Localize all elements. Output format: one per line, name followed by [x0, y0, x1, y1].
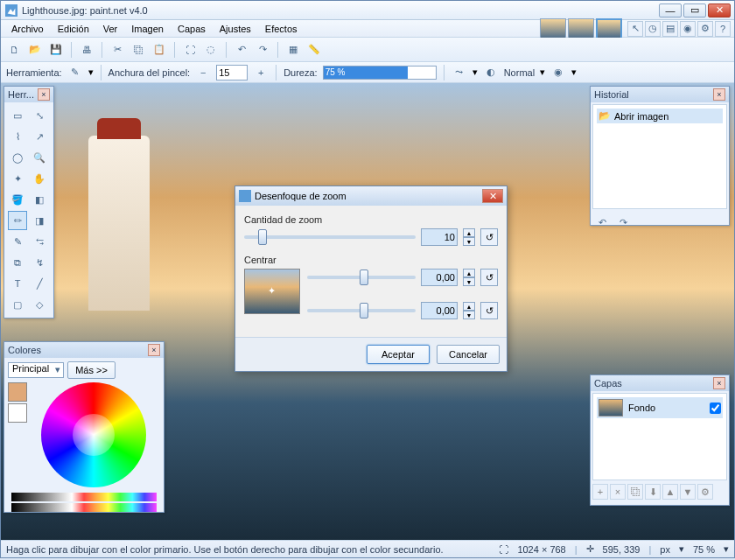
- cy-up-icon[interactable]: ▲: [463, 302, 475, 311]
- hardness-slider[interactable]: 75 %: [323, 66, 437, 80]
- center-y-slider[interactable]: [307, 309, 416, 312]
- minimize-button[interactable]: —: [659, 4, 682, 18]
- blend-mode[interactable]: Normal: [504, 67, 535, 78]
- history-redo-icon[interactable]: ↷: [615, 214, 631, 230]
- text-tool[interactable]: T: [8, 274, 27, 293]
- tools-close-icon[interactable]: ×: [38, 88, 50, 101]
- rect-select-tool[interactable]: ▭: [8, 106, 27, 125]
- dialog-close-icon[interactable]: ✕: [482, 189, 503, 203]
- palette-strip-2[interactable]: [11, 503, 157, 512]
- increase-icon[interactable]: +: [253, 65, 269, 80]
- menu-edicion[interactable]: Edición: [51, 22, 96, 36]
- center-x-input[interactable]: [421, 269, 458, 286]
- line-tool[interactable]: ╱: [30, 274, 49, 293]
- layer-row[interactable]: Fondo: [597, 397, 723, 418]
- doc-thumb-1[interactable]: [540, 18, 566, 39]
- settings-icon[interactable]: ⚙: [697, 21, 713, 37]
- menu-imagen[interactable]: Imagen: [124, 22, 171, 36]
- rect-tool[interactable]: ▢: [8, 295, 27, 314]
- history-close-icon[interactable]: ×: [713, 88, 725, 101]
- history-toggle-icon[interactable]: ◷: [645, 21, 661, 37]
- ellipse-select-tool[interactable]: ◯: [8, 148, 27, 167]
- picker-tool[interactable]: ⥃: [30, 232, 49, 251]
- zoom-amount-slider[interactable]: [244, 235, 416, 239]
- menu-archivo[interactable]: Archivo: [4, 22, 51, 36]
- wand-tool[interactable]: ✦: [8, 169, 27, 188]
- cx-reset-icon[interactable]: ↺: [480, 269, 498, 286]
- menu-efectos[interactable]: Efectos: [258, 22, 304, 36]
- ok-button[interactable]: Aceptar: [367, 345, 430, 364]
- px-unit[interactable]: px: [660, 544, 670, 555]
- down-layer-icon[interactable]: ▼: [680, 484, 696, 500]
- menu-ajustes[interactable]: Ajustes: [213, 22, 258, 36]
- menu-capas[interactable]: Capas: [171, 22, 213, 36]
- center-y-input[interactable]: [421, 302, 458, 319]
- eraser-tool[interactable]: ◨: [30, 211, 49, 230]
- undo-icon[interactable]: ↶: [234, 42, 249, 58]
- colors-toggle-icon[interactable]: ◉: [680, 21, 696, 37]
- menu-ver[interactable]: Ver: [96, 22, 125, 36]
- layer-visible-checkbox[interactable]: [710, 402, 721, 414]
- cx-down-icon[interactable]: ▼: [463, 277, 475, 286]
- recolor-tool[interactable]: ↯: [30, 253, 49, 272]
- more-button[interactable]: Más >>: [67, 361, 116, 379]
- help-icon[interactable]: ?: [715, 21, 731, 37]
- primary-swatch[interactable]: [8, 382, 27, 402]
- history-item[interactable]: 📂Abrir imagen: [597, 108, 723, 123]
- redo-icon[interactable]: ↷: [255, 42, 270, 58]
- deselect-icon[interactable]: ◌: [203, 42, 219, 58]
- zoom-level[interactable]: 75 %: [693, 544, 715, 555]
- delete-layer-icon[interactable]: ×: [610, 484, 626, 500]
- center-preview[interactable]: [244, 269, 300, 314]
- close-button[interactable]: ✕: [708, 4, 731, 18]
- brush-tool[interactable]: ✏: [8, 211, 27, 230]
- decrease-icon[interactable]: −: [195, 65, 211, 80]
- zoom-amount-input[interactable]: [421, 228, 458, 246]
- cut-icon[interactable]: ✂: [109, 42, 125, 58]
- crop-icon[interactable]: ⛶: [182, 42, 198, 58]
- zoom-up-icon[interactable]: ▲: [463, 228, 475, 237]
- new-icon[interactable]: 🗋: [6, 42, 22, 58]
- maximize-button[interactable]: ▭: [683, 4, 706, 18]
- colors-close-icon[interactable]: ×: [148, 344, 160, 356]
- shapes-tool[interactable]: ◇: [30, 295, 49, 314]
- clone-tool[interactable]: ⧉: [8, 253, 27, 272]
- save-icon[interactable]: 💾: [48, 42, 64, 58]
- doc-thumb-3[interactable]: [596, 18, 622, 39]
- grid-icon[interactable]: ▦: [285, 42, 301, 58]
- secondary-swatch[interactable]: [8, 403, 27, 423]
- color-mode-dropdown[interactable]: Principal: [8, 362, 64, 378]
- lasso-tool[interactable]: ⌇: [8, 127, 27, 146]
- pan-tool[interactable]: ✋: [30, 169, 49, 188]
- antialias-icon[interactable]: ⤳: [452, 65, 467, 80]
- layer-props-icon[interactable]: ⚙: [697, 484, 713, 500]
- move-sel-tool[interactable]: ⤡: [30, 106, 49, 125]
- copy-icon[interactable]: ⿻: [130, 42, 146, 58]
- doc-thumb-2[interactable]: [568, 18, 594, 39]
- print-icon[interactable]: 🖶: [79, 42, 94, 58]
- layers-close-icon[interactable]: ×: [713, 377, 725, 389]
- gradient-tool[interactable]: ◧: [30, 190, 49, 209]
- open-icon[interactable]: 📂: [27, 42, 43, 58]
- fill-tool[interactable]: 🪣: [8, 190, 27, 209]
- cy-reset-icon[interactable]: ↺: [480, 302, 498, 319]
- palette-strip[interactable]: [11, 493, 157, 501]
- ruler-icon[interactable]: 📏: [306, 42, 322, 58]
- cx-up-icon[interactable]: ▲: [463, 269, 475, 277]
- fill-icon[interactable]: ◉: [550, 65, 566, 80]
- paste-icon[interactable]: 📋: [151, 42, 167, 58]
- brush-width-input[interactable]: [216, 65, 248, 80]
- cy-down-icon[interactable]: ▼: [463, 311, 475, 319]
- layers-toggle-icon[interactable]: ▤: [662, 21, 678, 37]
- merge-layer-icon[interactable]: ⬇: [645, 484, 661, 500]
- color-wheel[interactable]: [41, 382, 146, 487]
- zoom-down-icon[interactable]: ▼: [463, 237, 475, 246]
- center-x-slider[interactable]: [307, 276, 416, 279]
- tools-toggle-icon[interactable]: ↖: [627, 21, 643, 37]
- pencil-tool[interactable]: ✎: [8, 232, 27, 251]
- move-tool[interactable]: ↗: [30, 127, 49, 146]
- history-undo-icon[interactable]: ↶: [594, 214, 610, 230]
- zoom-reset-icon[interactable]: ↺: [480, 228, 498, 246]
- cancel-button[interactable]: Cancelar: [437, 345, 500, 364]
- add-layer-icon[interactable]: +: [592, 484, 608, 500]
